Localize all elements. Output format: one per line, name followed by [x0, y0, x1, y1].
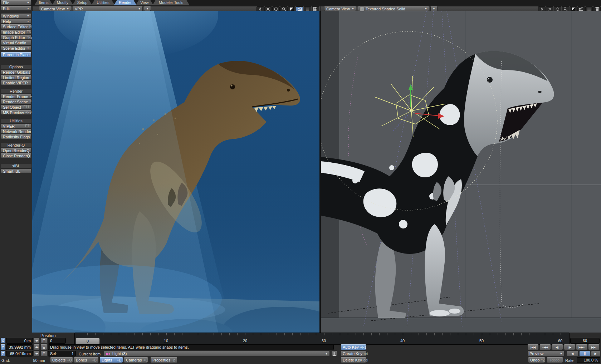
current-item-dropdown[interactable]: Light (3) ▼: [104, 351, 330, 356]
next-key-button[interactable]: ▶▶+: [576, 344, 587, 350]
viewport-left-vpr-render[interactable]: [32, 11, 319, 333]
chevron-down-icon: ▼: [65, 8, 69, 10]
save-icon[interactable]: [312, 6, 319, 11]
menu-help[interactable]: Help▼: [1, 19, 31, 24]
axis-x-button[interactable]: X: [0, 338, 5, 344]
camera-icon[interactable]: [577, 6, 585, 11]
move-icon[interactable]: [256, 6, 264, 11]
step-back-button[interactable]: ◀||: [552, 344, 563, 350]
move-icon[interactable]: [538, 6, 546, 11]
status-bar: Drag mouse in view to move selected item…: [48, 344, 334, 350]
y-envelope-button[interactable]: E: [40, 344, 47, 350]
play-reverse-button[interactable]: ◀: [566, 351, 578, 356]
viewport-layout-icon[interactable]: [288, 6, 295, 11]
tab-render[interactable]: Render: [114, 0, 137, 5]
chevron-down-icon: ▼: [25, 1, 29, 4]
orbit-icon[interactable]: [264, 6, 272, 11]
end-frame-field[interactable]: 60: [570, 338, 600, 344]
sidebar-item-virtual-studio[interactable]: Virtual Studio: [1, 40, 31, 45]
menu-file[interactable]: File▼: [1, 0, 31, 5]
left-viewport-options-dropdown[interactable]: ▼: [144, 6, 151, 11]
timeline-ruler[interactable]: 0 10 20 30 40 50 60 0: [74, 333, 570, 345]
frame-scrubber-handle[interactable]: 0: [75, 338, 100, 344]
camera-icon[interactable]: [296, 6, 303, 11]
timeline-tick: 30: [322, 339, 326, 343]
preview-dropdown[interactable]: Preview▼: [527, 351, 565, 356]
sidebar-item-network-render[interactable]: Network Render: [1, 129, 31, 134]
rotate-icon[interactable]: [554, 6, 561, 11]
properties-button[interactable]: Propertiesp: [150, 357, 177, 363]
vpr-scene-trex: [32, 11, 319, 333]
step-forward-button[interactable]: ||▶: [564, 344, 575, 350]
sidebar-group-render-q: Render-Q: [1, 143, 31, 147]
position-y-field[interactable]: 39.9992 mm: [6, 344, 33, 350]
previous-key-button[interactable]: +◀◀: [539, 344, 551, 350]
axis-y-button[interactable]: Y: [0, 344, 5, 350]
select-objects-button[interactable]: Objects+O: [50, 357, 73, 363]
right-view-type-dropdown[interactable]: Camera View▼: [324, 6, 356, 11]
create-key-button[interactable]: Create Keyret: [341, 351, 366, 356]
left-view-type-dropdown[interactable]: Camera View▼: [39, 6, 71, 11]
sidebar-item-render-scene[interactable]: Render SceneF10: [1, 99, 31, 104]
zoom-icon[interactable]: [562, 6, 569, 11]
delete-key-button[interactable]: Delete Keydel: [341, 357, 366, 363]
y-stepper[interactable]: ◀▶: [34, 344, 40, 350]
left-render-mode-dropdown[interactable]: VPR▼: [73, 6, 143, 11]
position-z-field[interactable]: -65.0419mm: [6, 351, 33, 356]
save-icon[interactable]: [593, 6, 601, 11]
sidebar-item-mb-preview[interactable]: MB Preview+F9: [1, 110, 31, 115]
sidebar-item-surface-editor[interactable]: Surface EditorF5: [1, 24, 31, 29]
sidebar-item-render-globals[interactable]: Render Globals: [1, 70, 31, 74]
tab-utilities[interactable]: Utilities: [91, 0, 115, 5]
axis-z-button[interactable]: Z: [0, 351, 5, 356]
sidebar-item-smart-ibl[interactable]: Smart IBL: [1, 169, 31, 173]
rotate-icon[interactable]: [272, 6, 280, 11]
texture-mode-badge-icon: T: [360, 7, 364, 11]
tab-setup[interactable]: Setup: [72, 0, 92, 5]
redo-button[interactable]: Redo: [547, 357, 563, 363]
select-lights-button[interactable]: Lights+L: [99, 357, 123, 363]
viewport-layout-icon[interactable]: [570, 6, 577, 11]
go-to-end-button[interactable]: ▶▶|: [588, 344, 600, 350]
sidebar-item-close-renderq[interactable]: Close RenderQ: [1, 153, 31, 158]
go-to-start-button[interactable]: |◀◀: [527, 344, 539, 350]
sidebar-item-radiosity-flags[interactable]: Radiosity Flags: [1, 134, 31, 139]
tab-modify[interactable]: Modify: [52, 0, 73, 5]
select-cameras-button[interactable]: Cameras+C: [124, 357, 148, 363]
pause-button[interactable]: ||: [579, 351, 590, 356]
sidebar-item-graph-editor[interactable]: Graph Editor^F2: [1, 35, 31, 40]
undo-button[interactable]: Undo^Z: [528, 357, 545, 363]
right-render-mode-dropdown[interactable]: T Textured Shaded Solid▼: [358, 6, 429, 11]
sidebar-item-render-frame[interactable]: Render FrameF9: [1, 94, 31, 99]
sidebar-item-enable-viper[interactable]: Enable VIPER: [1, 80, 31, 85]
sidebar-item-scene-editor[interactable]: Scene Editor▼: [1, 46, 31, 50]
orbit-icon[interactable]: [546, 6, 553, 11]
position-x-field[interactable]: 0 m: [6, 338, 33, 344]
sidebar-item-limited-region[interactable]: Limited Regionl: [1, 75, 31, 80]
viewport-right-shaded-view[interactable]: [321, 11, 601, 333]
auto-key-button[interactable]: Auto Key+F1: [341, 344, 366, 350]
sidebar-item-open-renderq[interactable]: Open RenderQ: [1, 148, 31, 153]
z-envelope-button[interactable]: E: [40, 351, 47, 356]
list-icon[interactable]: [585, 6, 593, 11]
right-viewport-options-dropdown[interactable]: ▼: [430, 6, 438, 11]
sidebar-item-sel-object[interactable]: Sel ObjectF11: [1, 105, 31, 109]
current-frame-field[interactable]: 0: [48, 338, 66, 344]
play-forward-button[interactable]: ▶: [591, 351, 600, 356]
select-bones-button[interactable]: Bones+B: [74, 357, 99, 363]
sidebar-item-viper[interactable]: VIPERF7: [1, 124, 31, 128]
menu-windows[interactable]: Windows▼: [1, 14, 31, 18]
menu-edit[interactable]: Edit▼: [1, 6, 31, 11]
rate-field[interactable]: 100.0 %: [577, 357, 600, 363]
item-list-icon[interactable]: [331, 351, 338, 356]
list-icon[interactable]: [304, 6, 311, 11]
x-stepper[interactable]: ◀▶: [34, 338, 40, 344]
sidebar-item-parent-in-place[interactable]: Parent in Place: [1, 52, 31, 57]
tab-modeler-tools[interactable]: Modeler Tools: [152, 0, 190, 5]
z-stepper[interactable]: ◀▶: [34, 351, 40, 356]
tab-items[interactable]: Items: [34, 0, 53, 5]
zoom-icon[interactable]: [280, 6, 288, 11]
x-envelope-button[interactable]: E: [40, 338, 47, 344]
chevron-down-icon: ▼: [25, 15, 29, 17]
sidebar-item-image-editor[interactable]: Image EditorF6: [1, 30, 31, 34]
